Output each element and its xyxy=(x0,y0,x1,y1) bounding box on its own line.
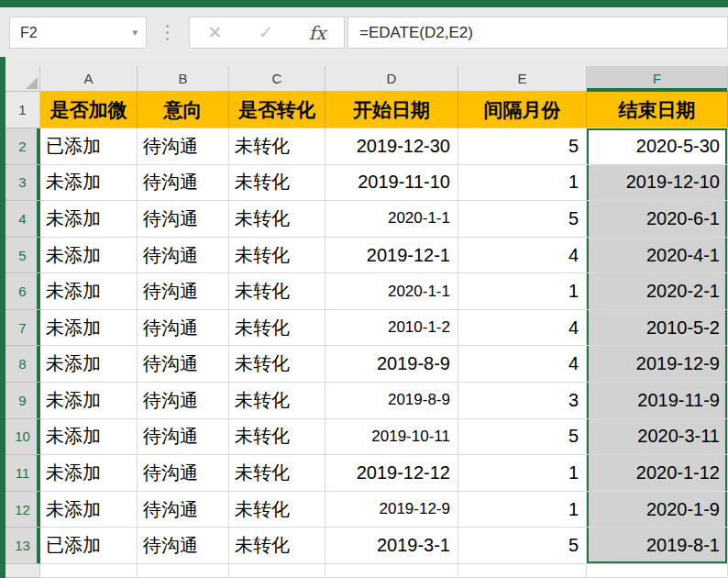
cell[interactable]: 4 xyxy=(458,346,587,383)
cell[interactable]: 2020-1-9 xyxy=(587,492,728,528)
row-header-8[interactable]: 8 xyxy=(6,346,40,383)
cell[interactable]: 2019-11-9 xyxy=(587,383,728,419)
cell[interactable]: 待沟通 xyxy=(138,128,229,165)
formula-input[interactable]: =EDATE(D2,E2) xyxy=(347,17,728,49)
cell[interactable]: 待沟通 xyxy=(138,346,229,383)
table-header-cell[interactable]: 间隔月份 xyxy=(458,92,587,128)
cell[interactable]: 2019-12-1 xyxy=(325,238,458,274)
row-header-14[interactable] xyxy=(6,564,40,578)
cell[interactable]: 2010-1-2 xyxy=(325,310,458,347)
cell[interactable]: 未转化 xyxy=(229,238,325,274)
empty-cell[interactable] xyxy=(458,564,587,578)
cell[interactable]: 未添加 xyxy=(40,165,138,202)
cell[interactable]: 2020-1-1 xyxy=(325,201,458,238)
cell[interactable]: 2019-12-10 xyxy=(587,165,728,202)
row-header-11[interactable]: 11 xyxy=(6,455,40,492)
cell[interactable]: 未转化 xyxy=(229,492,325,528)
cell[interactable]: 5 xyxy=(458,128,587,165)
row-header-5[interactable]: 5 xyxy=(6,238,40,274)
insert-function-icon[interactable]: fx xyxy=(309,22,326,44)
cell[interactable]: 已添加 xyxy=(40,128,138,165)
column-header-A[interactable]: A xyxy=(40,66,138,92)
empty-cell[interactable] xyxy=(587,564,728,578)
column-header-B[interactable]: B xyxy=(138,66,229,92)
cell[interactable]: 2019-3-1 xyxy=(325,528,458,564)
cell[interactable]: 2020-1-1 xyxy=(325,273,458,310)
cell[interactable]: 2020-6-1 xyxy=(587,201,728,238)
row-header-9[interactable]: 9 xyxy=(6,383,40,419)
cell[interactable]: 未转化 xyxy=(229,165,325,202)
cell[interactable]: 待沟通 xyxy=(138,455,229,492)
column-header-D[interactable]: D xyxy=(325,66,458,92)
cell[interactable]: 5 xyxy=(458,419,587,456)
active-cell[interactable]: 2020-5-30 xyxy=(587,128,728,165)
cell[interactable]: 已添加 xyxy=(40,528,138,564)
table-header-cell[interactable]: 意向 xyxy=(138,92,229,128)
cell[interactable]: 2019-8-9 xyxy=(325,383,458,419)
cell[interactable]: 1 xyxy=(458,492,587,528)
name-box-dropdown-icon[interactable]: ▾ xyxy=(132,17,138,48)
cell[interactable]: 未添加 xyxy=(40,455,138,492)
cell[interactable]: 未添加 xyxy=(40,238,138,274)
cell[interactable]: 2010-5-2 xyxy=(587,310,728,347)
row-header-2[interactable]: 2 xyxy=(6,128,40,165)
cell[interactable]: 待沟通 xyxy=(138,528,229,564)
cell[interactable]: 待沟通 xyxy=(138,238,229,274)
cell[interactable]: 未添加 xyxy=(40,383,138,419)
column-header-F[interactable]: F xyxy=(587,66,728,92)
cell[interactable]: 未添加 xyxy=(40,310,138,347)
empty-cell[interactable] xyxy=(325,564,458,578)
cell[interactable]: 1 xyxy=(458,165,587,202)
cell[interactable]: 2019-8-1 xyxy=(587,528,728,564)
cell[interactable]: 待沟通 xyxy=(138,201,229,238)
row-header-12[interactable]: 12 xyxy=(6,492,40,528)
select-all-corner[interactable] xyxy=(6,66,40,92)
empty-cell[interactable] xyxy=(229,564,325,578)
cell[interactable]: 未转化 xyxy=(229,273,325,310)
cell[interactable]: 待沟通 xyxy=(138,383,229,419)
cell[interactable]: 4 xyxy=(458,238,587,274)
cell[interactable]: 2019-12-9 xyxy=(325,492,458,528)
cell[interactable]: 待沟通 xyxy=(138,492,229,528)
cell[interactable]: 未转化 xyxy=(229,528,325,564)
row-header-13[interactable]: 13 xyxy=(6,528,40,564)
cell[interactable]: 2019-12-9 xyxy=(587,346,728,383)
name-box[interactable]: F2 ▾ xyxy=(9,17,147,49)
cell[interactable]: 待沟通 xyxy=(138,310,229,347)
cell[interactable]: 2020-4-1 xyxy=(587,238,728,274)
cell[interactable]: 2019-8-9 xyxy=(325,346,458,383)
cell[interactable]: 未转化 xyxy=(229,346,325,383)
table-header-cell[interactable]: 结束日期 xyxy=(587,92,728,128)
cell[interactable]: 2020-2-1 xyxy=(587,273,728,310)
cell[interactable]: 1 xyxy=(458,273,587,310)
cell[interactable]: 未转化 xyxy=(229,128,325,165)
cell[interactable]: 5 xyxy=(458,528,587,564)
row-header-6[interactable]: 6 xyxy=(6,273,40,310)
cell[interactable]: 待沟通 xyxy=(138,165,229,202)
cell[interactable]: 2019-12-12 xyxy=(325,455,458,492)
cell[interactable]: 未添加 xyxy=(40,346,138,383)
cell[interactable]: 未转化 xyxy=(229,455,325,492)
cell[interactable]: 2019-12-30 xyxy=(325,128,458,165)
row-header-4[interactable]: 4 xyxy=(6,201,40,238)
cell[interactable]: 未添加 xyxy=(40,201,138,238)
column-header-C[interactable]: C xyxy=(229,66,325,92)
cell[interactable]: 未添加 xyxy=(40,273,138,310)
cell[interactable]: 1 xyxy=(458,455,587,492)
table-header-cell[interactable]: 是否加微 xyxy=(40,92,138,128)
table-header-cell[interactable]: 是否转化 xyxy=(229,92,325,128)
cell[interactable]: 未添加 xyxy=(40,492,138,528)
cell[interactable]: 待沟通 xyxy=(138,419,229,456)
cell[interactable]: 未转化 xyxy=(229,310,325,347)
cell[interactable]: 待沟通 xyxy=(138,273,229,310)
cell[interactable]: 2020-3-11 xyxy=(587,419,728,456)
empty-cell[interactable] xyxy=(40,564,138,578)
row-header-1[interactable]: 1 xyxy=(6,92,40,128)
row-header-10[interactable]: 10 xyxy=(6,419,40,456)
row-header-3[interactable]: 3 xyxy=(6,165,40,202)
column-header-E[interactable]: E xyxy=(458,66,587,92)
cell[interactable]: 2019-11-10 xyxy=(325,165,458,202)
cell[interactable]: 2019-10-11 xyxy=(325,419,458,456)
cell[interactable]: 5 xyxy=(458,201,587,238)
cell[interactable]: 4 xyxy=(458,310,587,347)
